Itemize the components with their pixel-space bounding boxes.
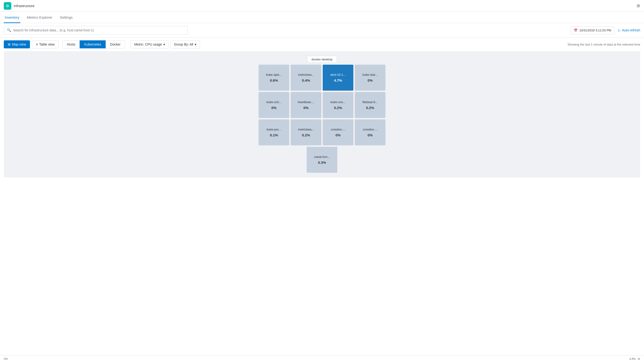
tiles-row-2: kube-sch... 0% heartbeat-... 0% kube-con… — [258, 92, 386, 118]
map-view-label: Map view — [12, 43, 26, 46]
tile-coredns-1[interactable]: coredns-... 0% — [323, 119, 353, 145]
header-left: D Infrastructure — [4, 2, 34, 10]
tile-value: 0.2% — [302, 133, 310, 137]
search-bar[interactable]: 🔍 — [4, 26, 188, 35]
tile-name: coredns-... — [331, 128, 345, 131]
tile-value: 0.3% — [318, 160, 326, 164]
tile-value: 0% — [368, 133, 373, 137]
tab-hosts[interactable]: Hosts — [62, 40, 80, 48]
tile-value: 0.4% — [302, 78, 310, 82]
tile-kube-apiserver[interactable]: kube-apis... 0.6% — [258, 65, 289, 91]
toolbar-right: 📅 10/31/2019 3:11:03 PM ▷ Auto-refresh — [571, 27, 640, 34]
tile-kube-controller[interactable]: kube-con... 0.2% — [323, 92, 353, 118]
tile-value: 0.2% — [366, 106, 374, 110]
date-label: 10/31/2019 3:11:03 PM — [580, 29, 611, 32]
view-section: ⊞ Map view ≡ Table view Hosts Kubernetes… — [0, 38, 644, 51]
tile-canal[interactable]: canal-hzn... 0.3% — [307, 147, 337, 173]
tile-kube-scheduler[interactable]: kube-sch... 0% — [258, 92, 289, 118]
header: D Infrastructure ⚙ — [0, 0, 644, 12]
tile-name: coredns-... — [363, 128, 377, 131]
view-controls: ⊞ Map view ≡ Table view Hosts Kubernetes… — [4, 40, 200, 48]
tile-coredns-2[interactable]: coredns-... 0% — [355, 119, 386, 145]
metric-label: Metric: CPU usage — [134, 43, 162, 46]
tile-name: kube-stat... — [362, 73, 378, 76]
view-tabs: ⊞ Map view ≡ Table view — [4, 40, 59, 48]
metric-dropdown[interactable]: Metric: CPU usage ▾ — [130, 40, 168, 48]
search-icon: 🔍 — [7, 28, 11, 32]
tile-name: kube-con... — [330, 100, 346, 104]
app-title: Infrastructure — [14, 4, 34, 8]
tile-name: kube-apis... — [266, 73, 282, 76]
map-view-button[interactable]: ⊞ Map view — [4, 40, 30, 48]
tile-name: heartbeat-... — [298, 100, 314, 104]
tile-name: metricbea... — [298, 73, 314, 76]
map-view-icon: ⊞ — [8, 43, 10, 46]
tile-value: 0% — [336, 133, 340, 137]
tile-name: etcd-10.1... — [330, 73, 346, 76]
info-text: Showing the last 1 minute of data at the… — [568, 43, 640, 46]
tiles-row-3: kube-pro... 0.1% metricbea... 0.2% cored… — [258, 119, 386, 145]
tile-name: kube-pro... — [266, 128, 281, 131]
tile-name: canal-hzn... — [314, 155, 330, 158]
tab-kubernetes[interactable]: Kubernetes — [80, 40, 106, 48]
avatar: D — [4, 2, 11, 10]
tile-kube-state[interactable]: kube-stat... 0% — [355, 65, 386, 91]
tile-value: 0% — [271, 106, 276, 110]
map-container: docker-desktop kube-apis... 0.6% metricb… — [4, 51, 640, 177]
tile-value: 0% — [304, 106, 308, 110]
tab-inventory[interactable]: Inventory — [4, 12, 20, 23]
tile-kube-proxy[interactable]: kube-pro... 0.1% — [258, 119, 289, 145]
tile-name: kube-sch... — [266, 100, 282, 104]
tile-value: 0% — [368, 78, 373, 82]
tile-etcd[interactable]: etcd-10.1... 4.7% — [323, 65, 353, 91]
tile-filebeat[interactable]: filebeat-9... 0.2% — [355, 92, 386, 118]
tiles-row-4: canal-hzn... 0.3% — [307, 147, 337, 173]
auto-refresh-label: Auto-refresh — [622, 28, 640, 32]
tile-value: 0.1% — [270, 133, 278, 137]
search-input[interactable] — [13, 28, 184, 32]
node-label: docker-desktop — [307, 56, 337, 63]
auto-refresh-button[interactable]: ▷ Auto-refresh — [618, 28, 640, 32]
tile-heartbeat[interactable]: heartbeat-... 0% — [291, 92, 321, 118]
tab-settings[interactable]: Settings — [59, 12, 74, 23]
tile-metricbeat-1[interactable]: metricbea... 0.4% — [291, 65, 321, 91]
tile-name: metricbea... — [298, 128, 314, 131]
tiles-wrapper: docker-desktop kube-apis... 0.6% metricb… — [8, 56, 636, 173]
table-view-icon: ≡ — [36, 43, 38, 46]
tile-value: 4.7% — [334, 78, 342, 82]
table-view-button[interactable]: ≡ Table view — [32, 40, 59, 48]
groupby-dropdown[interactable]: Group By: All ▾ — [170, 40, 200, 48]
tiles-row-1: kube-apis... 0.6% metricbea... 0.4% etcd… — [258, 65, 386, 91]
header-right: ⚙ — [636, 3, 640, 9]
tile-metricbeat-2[interactable]: metricbea... 0.2% — [291, 119, 321, 145]
filter-dropdowns: Metric: CPU usage ▾ Group By: All ▾ — [130, 40, 200, 48]
main-content: docker-desktop kube-apis... 0.6% metricb… — [0, 51, 644, 181]
tab-docker[interactable]: Docker — [106, 40, 125, 48]
groupby-label: Group By: All — [174, 43, 193, 46]
chevron-down-icon-2: ▾ — [195, 43, 196, 46]
play-icon: ▷ — [618, 28, 621, 32]
settings-icon[interactable]: ⚙ — [636, 3, 640, 9]
tab-metrics-explorer[interactable]: Metrics Explorer — [26, 12, 53, 23]
calendar-icon: 📅 — [574, 29, 578, 32]
nav-tabs: Inventory Metrics Explorer Settings — [0, 12, 644, 23]
tile-name: filebeat-9... — [362, 100, 378, 104]
category-tabs: Hosts Kubernetes Docker — [62, 40, 125, 48]
tile-value: 0.2% — [334, 106, 342, 110]
date-picker[interactable]: 📅 10/31/2019 3:11:03 PM — [571, 27, 614, 34]
chevron-down-icon: ▾ — [163, 43, 165, 46]
tile-value: 0.6% — [270, 78, 278, 82]
toolbar: 🔍 📅 10/31/2019 3:11:03 PM ▷ Auto-refresh — [0, 23, 644, 38]
table-view-label: Table view — [39, 43, 54, 46]
